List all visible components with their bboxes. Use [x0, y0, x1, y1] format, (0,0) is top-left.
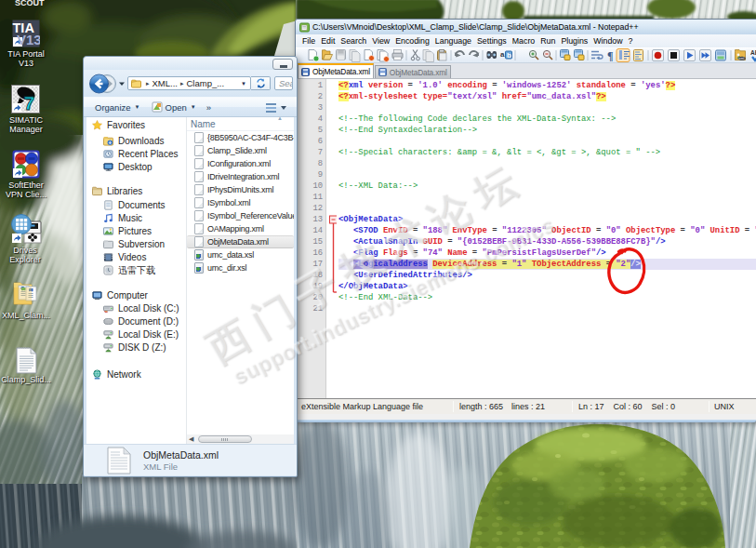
svg-text:ABC: ABC	[750, 49, 756, 56]
svg-text:a: a	[500, 50, 505, 59]
svg-text:b: b	[507, 51, 511, 60]
svg-text:¶: ¶	[607, 49, 613, 62]
svg-text:SCOUT: SCOUT	[15, 0, 45, 7]
svg-text:V13: V13	[17, 32, 40, 47]
svg-text:7: 7	[24, 92, 35, 114]
svg-text:xml: xml	[739, 57, 745, 60]
